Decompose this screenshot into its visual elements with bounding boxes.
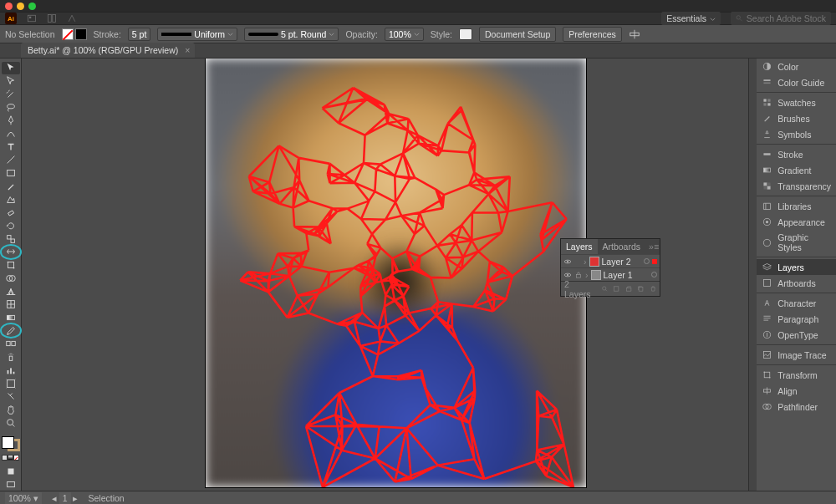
slice-tool[interactable] bbox=[2, 390, 20, 403]
locate-layer-icon[interactable] bbox=[601, 284, 609, 293]
dock-collapse-strip[interactable] bbox=[749, 59, 757, 491]
close-tab-icon[interactable]: × bbox=[185, 45, 190, 55]
stroke-profile-dropdown[interactable]: Uniform bbox=[157, 28, 237, 41]
shape-builder-tool[interactable] bbox=[2, 272, 20, 285]
gradient-tool[interactable] bbox=[2, 312, 20, 324]
dock-item-layers[interactable]: Layers bbox=[757, 259, 836, 275]
artboard[interactable] bbox=[206, 59, 586, 487]
dock-item-pathfinder[interactable]: Pathfinder bbox=[757, 399, 836, 415]
target-icon[interactable] bbox=[644, 258, 650, 264]
make-clip-icon[interactable] bbox=[613, 284, 620, 293]
layers-tab[interactable]: Layers bbox=[561, 239, 598, 254]
dock-item-graphic-styles[interactable]: Graphic Styles bbox=[757, 230, 836, 255]
arrange-docs-icon[interactable] bbox=[47, 13, 57, 23]
close-window-button[interactable] bbox=[5, 3, 13, 10]
rotate-tool[interactable] bbox=[2, 220, 20, 232]
layer-row[interactable]: › Layer 2 bbox=[561, 254, 660, 267]
canvas-area[interactable]: Layers Artboards »≡ › Layer 2 › Layer 1 bbox=[22, 59, 748, 491]
dock-item-transparency[interactable]: Transparency bbox=[757, 178, 836, 194]
stock-search-input[interactable] bbox=[747, 13, 826, 23]
new-layer-icon[interactable] bbox=[637, 284, 645, 293]
zoom-field[interactable]: 100% ▾ bbox=[5, 492, 42, 504]
gpu-icon[interactable] bbox=[67, 13, 77, 23]
dock-item-color[interactable]: Color bbox=[757, 59, 836, 74]
layer-name[interactable]: Layer 1 bbox=[604, 270, 650, 280]
hand-tool[interactable] bbox=[2, 404, 20, 416]
dock-item-brushes[interactable]: Brushes bbox=[757, 110, 836, 126]
align-icon[interactable] bbox=[629, 28, 640, 40]
opacity-field[interactable]: 100% bbox=[385, 28, 424, 41]
visibility-icon[interactable] bbox=[563, 257, 572, 266]
fill-stroke-control[interactable] bbox=[2, 436, 20, 451]
dock-item-appearance[interactable]: Appearance bbox=[757, 214, 836, 230]
dock-item-color-guide[interactable]: Color Guide bbox=[757, 74, 836, 90]
fill-swatch[interactable] bbox=[62, 28, 74, 40]
layer-name[interactable]: Layer 2 bbox=[602, 257, 642, 267]
dock-item-libraries[interactable]: Libraries bbox=[757, 198, 836, 214]
artboard-tool[interactable] bbox=[2, 377, 20, 389]
symbol-sprayer-tool[interactable] bbox=[2, 351, 20, 364]
svg-rect-36 bbox=[639, 287, 643, 291]
dock-item-gradient[interactable]: Gradient bbox=[757, 162, 836, 178]
dock-item-image-trace[interactable]: Image Trace bbox=[757, 347, 836, 363]
draw-mode-normal[interactable] bbox=[2, 466, 20, 478]
artboard-nav[interactable]: ◂ 1 ▸ bbox=[52, 493, 79, 503]
shaper-tool[interactable] bbox=[2, 193, 20, 206]
column-graph-tool[interactable] bbox=[2, 364, 20, 377]
lasso-tool[interactable] bbox=[2, 101, 20, 114]
scale-tool[interactable] bbox=[2, 232, 20, 245]
bridge-icon[interactable] bbox=[27, 13, 37, 23]
blend-tool[interactable] bbox=[2, 338, 20, 350]
stroke-swatch[interactable] bbox=[75, 28, 87, 40]
selection-tool[interactable] bbox=[2, 62, 20, 74]
pen-tool[interactable] bbox=[2, 115, 20, 127]
eraser-tool[interactable] bbox=[2, 206, 20, 219]
eyedropper-tool[interactable] bbox=[2, 324, 20, 337]
visibility-icon[interactable] bbox=[563, 271, 572, 279]
panel-menu-icon[interactable]: »≡ bbox=[645, 239, 662, 254]
dock-item-transform[interactable]: Transform bbox=[757, 367, 836, 383]
mesh-tool[interactable] bbox=[2, 298, 20, 311]
triangulation-mesh[interactable] bbox=[206, 59, 586, 487]
line-segment-tool[interactable] bbox=[2, 154, 20, 166]
color-mode-tiny[interactable] bbox=[2, 455, 19, 461]
document-setup-button[interactable]: Document Setup bbox=[479, 27, 556, 42]
type-tool[interactable] bbox=[2, 140, 20, 153]
stock-search[interactable] bbox=[731, 12, 831, 25]
rectangle-tool[interactable] bbox=[2, 167, 20, 180]
artboards-tab[interactable]: Artboards bbox=[598, 239, 646, 254]
stroke-weight-field[interactable]: 5 pt bbox=[128, 28, 151, 41]
perspective-grid-tool[interactable] bbox=[2, 285, 20, 298]
direct-selection-tool[interactable] bbox=[2, 75, 20, 88]
brushes-icon bbox=[762, 113, 772, 124]
dock-item-stroke[interactable]: Stroke bbox=[757, 146, 836, 162]
minimize-window-button[interactable] bbox=[17, 3, 24, 10]
preferences-button[interactable]: Preferences bbox=[563, 27, 622, 42]
workspace-switcher[interactable]: Essentials bbox=[661, 12, 721, 25]
lock-icon[interactable] bbox=[574, 271, 583, 279]
target-icon[interactable] bbox=[651, 272, 657, 277]
free-transform-tool[interactable] bbox=[2, 259, 20, 272]
screen-mode[interactable] bbox=[2, 478, 20, 491]
delete-layer-icon[interactable] bbox=[650, 284, 657, 293]
dock-item-symbols[interactable]: Symbols bbox=[757, 126, 836, 142]
dock-item-paragraph[interactable]: Paragraph bbox=[757, 311, 836, 327]
zoom-window-button[interactable] bbox=[28, 3, 36, 10]
paintbrush-tool[interactable] bbox=[2, 180, 20, 192]
layers-panel[interactable]: Layers Artboards »≡ › Layer 2 › Layer 1 bbox=[560, 238, 660, 297]
dock-item-opentype[interactable]: OpenType bbox=[757, 327, 836, 343]
dock-item-character[interactable]: Character bbox=[757, 295, 836, 311]
magic-wand-tool[interactable] bbox=[2, 88, 20, 100]
paragraph-icon bbox=[762, 313, 772, 324]
zoom-tool[interactable] bbox=[2, 416, 20, 429]
dock-item-artboards[interactable]: Artboards bbox=[757, 275, 836, 291]
brush-dropdown[interactable]: 5 pt. Round bbox=[244, 28, 339, 41]
document-tab[interactable]: Betty.ai* @ 100% (RGB/GPU Preview) × bbox=[21, 43, 195, 58]
chevron-down-icon bbox=[414, 32, 420, 38]
dock-item-swatches[interactable]: Swatches bbox=[757, 94, 836, 110]
width-tool[interactable] bbox=[2, 246, 20, 258]
graphic-style-dropdown[interactable] bbox=[459, 28, 472, 40]
curvature-tool[interactable] bbox=[2, 128, 20, 140]
new-sublayer-icon[interactable] bbox=[625, 284, 633, 293]
dock-item-align[interactable]: Align bbox=[757, 383, 836, 399]
